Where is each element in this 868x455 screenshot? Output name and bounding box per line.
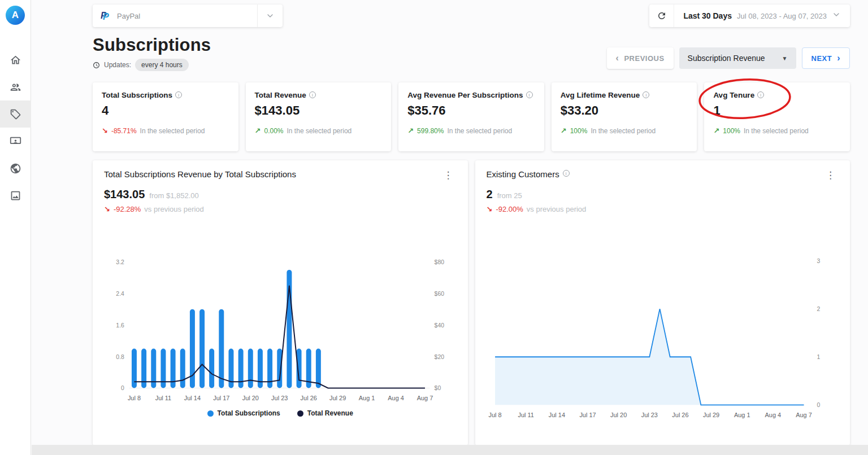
panel-delta: -92.00% [496, 205, 523, 213]
kpi-title: Avg Tenure [713, 91, 754, 99]
sidebar-item-reports[interactable] [0, 182, 31, 209]
svg-text:Jul 17: Jul 17 [213, 395, 229, 401]
kpi-card-avg-tenure: Avg Tenure i 1 ↗ 100% In the selected pe… [704, 82, 850, 151]
legend-dot-navy [297, 410, 303, 417]
svg-text:Aug 4: Aug 4 [765, 412, 781, 418]
info-icon[interactable]: i [563, 170, 570, 177]
svg-text:0: 0 [817, 402, 820, 408]
svg-text:Jul 17: Jul 17 [579, 412, 596, 418]
kpi-title: Total Subscriptions [102, 91, 172, 99]
trend-down-icon: ↘ [487, 205, 493, 213]
panel-value: 2 [487, 188, 493, 201]
next-button[interactable]: NEXT › [802, 47, 850, 69]
chevron-right-icon: › [837, 54, 840, 63]
svg-text:Jul 23: Jul 23 [271, 395, 288, 401]
data-source-selector[interactable]: P P PayPal [93, 5, 283, 27]
svg-text:Jul 20: Jul 20 [242, 395, 259, 401]
kpi-row: Total Subscriptions i 4 ↘ -85.71% In the… [93, 82, 850, 151]
globe-icon [10, 163, 21, 174]
panel-delta: -92.28% [114, 205, 141, 213]
svg-text:2.4: 2.4 [116, 291, 124, 297]
panel-delta-period: vs previous period [144, 205, 204, 213]
svg-text:Jul 29: Jul 29 [702, 412, 719, 418]
kpi-period: In the selected period [744, 127, 809, 135]
info-icon[interactable]: i [643, 91, 649, 98]
svg-text:$40: $40 [435, 322, 445, 329]
source-dropdown-button[interactable] [258, 5, 283, 27]
info-icon[interactable]: i [757, 91, 764, 98]
trend-down-icon: ↘ [104, 205, 110, 213]
sidebar-item-subscriptions[interactable] [0, 100, 31, 128]
panel-delta-period: vs previous period [527, 205, 587, 213]
kpi-card-total-revenue: Total Revenue i $143.05 ↗ 0.00% In the s… [246, 82, 392, 151]
users-icon [10, 81, 21, 93]
kpi-value: $35.76 [407, 103, 535, 118]
metric-dropdown[interactable]: Subscription Revenue ▼ [679, 47, 796, 69]
sidebar-item-sessions[interactable] [0, 128, 31, 155]
svg-text:$60: $60 [435, 291, 445, 297]
previous-button[interactable]: ‹ PREVIOUS [607, 47, 674, 69]
date-range-value: Jul 08, 2023 - Aug 07, 2023 [737, 12, 827, 20]
info-icon[interactable]: i [526, 91, 533, 98]
subscriptions-chart: 00.81.62.43.2$0$20$40$60$80Jul 8Jul 11Ju… [104, 254, 457, 404]
svg-text:Aug 7: Aug 7 [796, 412, 812, 418]
trend-up-icon: ↗ [255, 126, 261, 135]
kpi-title: Avg Lifetime Revenue [561, 91, 640, 99]
paypal-icon: P P [101, 10, 111, 22]
svg-text:Jul 26: Jul 26 [672, 412, 688, 418]
svg-text:1.6: 1.6 [116, 322, 124, 329]
kpi-title: Avg Revenue Per Subscriptions [407, 91, 523, 99]
date-range-card: Last 30 Days Jul 08, 2023 - Aug 07, 2023 [649, 5, 850, 27]
trend-up-icon: ↗ [561, 126, 567, 135]
legend-total-subscriptions[interactable]: Total Subscriptions [207, 409, 280, 417]
kpi-value: $33.20 [561, 103, 688, 118]
svg-text:0: 0 [121, 385, 124, 391]
kebab-menu-icon[interactable]: ⋮ [440, 169, 457, 181]
sidebar-item-customers[interactable] [0, 73, 31, 100]
svg-text:$0: $0 [435, 385, 441, 391]
legend-dot-blue [207, 410, 214, 417]
sidebar-item-home[interactable] [0, 46, 31, 73]
svg-text:Jul 14: Jul 14 [184, 395, 201, 401]
main-content: P P PayPal Last 30 Days Jul 08, 2023 - A… [32, 0, 868, 445]
image-icon [10, 190, 21, 202]
svg-text:$80: $80 [435, 259, 445, 265]
topbar: P P PayPal Last 30 Days Jul 08, 2023 - A… [93, 5, 850, 27]
clock-icon [93, 62, 100, 69]
svg-text:$20: $20 [435, 354, 445, 360]
kpi-period: In the selected period [140, 127, 205, 135]
updates-row: Updates: every 4 hours [93, 59, 211, 71]
svg-text:Jul 20: Jul 20 [610, 412, 627, 418]
svg-text:Aug 4: Aug 4 [388, 395, 404, 401]
panel-value: $143.05 [104, 188, 145, 201]
dropdown-caret-icon: ▼ [782, 55, 788, 62]
svg-text:Jul 23: Jul 23 [641, 412, 657, 418]
svg-text:3.2: 3.2 [116, 259, 124, 265]
screen-user-icon [10, 135, 21, 147]
svg-text:Jul 14: Jul 14 [548, 412, 565, 418]
legend-total-revenue[interactable]: Total Revenue [297, 409, 353, 417]
date-range-picker[interactable]: Last 30 Days Jul 08, 2023 - Aug 07, 2023 [674, 10, 850, 21]
date-range-label: Last 30 Days [683, 11, 732, 20]
chart-legend: Total Subscriptions Total Revenue [104, 409, 457, 417]
data-source-current[interactable]: P P PayPal [93, 10, 257, 22]
home-icon [10, 54, 21, 66]
refresh-button[interactable] [649, 5, 674, 27]
title-block: Subscriptions Updates: every 4 hours [93, 27, 211, 71]
info-icon[interactable]: i [175, 91, 182, 98]
kpi-value: 4 [102, 103, 229, 118]
trend-up-icon: ↗ [713, 126, 719, 135]
kpi-title: Total Revenue [255, 91, 306, 99]
svg-text:Jul 8: Jul 8 [488, 412, 501, 418]
updates-label: Updates: [104, 61, 131, 69]
kebab-menu-icon[interactable]: ⋮ [822, 169, 839, 181]
info-icon[interactable]: i [309, 91, 316, 98]
chevron-down-icon [832, 10, 841, 21]
sidebar-item-web[interactable] [0, 155, 31, 182]
header-actions: ‹ PREVIOUS Subscription Revenue ▼ NEXT › [607, 47, 850, 71]
existing-customers-panel: Existing Customers i ⋮ 2 from 25 ↘ -92.0… [475, 160, 850, 445]
customers-chart: 0123Jul 8Jul 11Jul 14Jul 17Jul 20Jul 23J… [487, 254, 839, 422]
svg-text:Jul 26: Jul 26 [301, 395, 317, 401]
chevron-down-icon [266, 11, 275, 20]
app-logo[interactable]: A [6, 6, 25, 25]
